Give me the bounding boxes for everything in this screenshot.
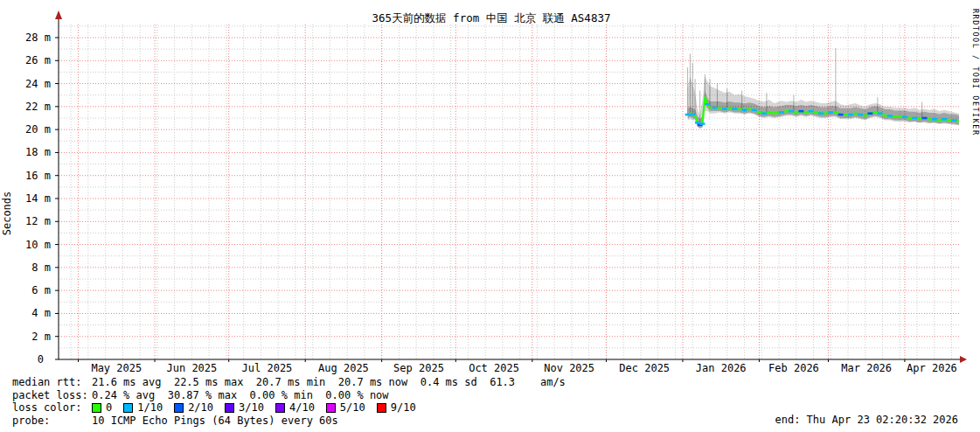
loss-color-item: 9/10 bbox=[377, 401, 416, 415]
grid-lines bbox=[59, 24, 959, 359]
y-tick-label: 28 m bbox=[25, 31, 51, 44]
y-tick-label: 26 m bbox=[25, 54, 51, 66]
loss-color-swatch bbox=[377, 403, 386, 413]
y-tick-label: 6 m bbox=[31, 284, 51, 296]
loss-color-legend: 01/102/103/104/105/109/10 bbox=[92, 401, 416, 415]
y-tick-label: 12 m bbox=[25, 215, 51, 227]
loss-color-item: 0 bbox=[92, 401, 112, 415]
y-tick-label: 22 m bbox=[25, 101, 51, 113]
x-tick-label: Aug 2025 bbox=[318, 362, 369, 374]
x-tick-label: Nov 2025 bbox=[544, 362, 594, 374]
y-axis-arrow bbox=[55, 10, 62, 19]
probe-row: probe: 10 ICMP Echo Pings (64 Bytes) eve… bbox=[12, 415, 566, 428]
loss-color-value: 5/10 bbox=[340, 401, 365, 415]
smokeping-latency-graph: May 2025Jun 2025Jul 2025Aug 2025Sep 2025… bbox=[0, 0, 980, 432]
loss-color-swatch bbox=[225, 403, 234, 413]
chart-title: 365天前的数据 from 中国 北京 联通 AS4837 bbox=[372, 11, 611, 24]
y-tick-label: 14 m bbox=[25, 192, 51, 205]
loss-color-value: 0 bbox=[106, 401, 112, 415]
loss-color-item: 3/10 bbox=[225, 401, 264, 415]
loss-color-value: 2/10 bbox=[188, 401, 213, 415]
probe-label: probe: bbox=[12, 415, 92, 428]
loss-color-label: loss color: bbox=[12, 401, 92, 415]
latency-chart-canvas: May 2025Jun 2025Jul 2025Aug 2025Sep 2025… bbox=[0, 0, 980, 432]
x-tick-label: Jul 2025 bbox=[242, 362, 293, 374]
y-tick-label: 20 m bbox=[25, 123, 51, 136]
x-axis-arrow bbox=[960, 356, 967, 363]
y-tick-label: 10 m bbox=[25, 239, 51, 251]
y-tick-label: 2 m bbox=[31, 331, 51, 343]
loss-color-swatch bbox=[92, 403, 101, 413]
x-tick-label: Jan 2026 bbox=[696, 362, 747, 374]
axis-labels: May 2025Jun 2025Jul 2025Aug 2025Sep 2025… bbox=[25, 31, 957, 374]
loss-color-swatch bbox=[123, 403, 133, 413]
x-tick-label: Sep 2025 bbox=[393, 362, 444, 374]
y-tick-label: 18 m bbox=[25, 146, 51, 158]
stats-block: median rtt: 21.6 ms avg 22.5 ms max 20.7… bbox=[12, 376, 566, 427]
y-axis-title: Seconds bbox=[1, 192, 13, 236]
loss-color-item: 2/10 bbox=[174, 401, 213, 415]
x-tick-label: Dec 2025 bbox=[619, 362, 670, 374]
end-timestamp: end: Thu Apr 23 02:20:32 2026 bbox=[775, 414, 958, 427]
loss-color-value: 9/10 bbox=[391, 401, 416, 415]
loss-color-item: 4/10 bbox=[275, 401, 315, 415]
median-rtt-label: median rtt: bbox=[12, 376, 92, 389]
median-rtt-values: 21.6 ms avg 22.5 ms max 20.7 ms min 20.7… bbox=[92, 376, 566, 389]
packet-loss-row: packet loss: 0.24 % avg 30.87 % max 0.00… bbox=[12, 389, 566, 402]
loss-color-value: 3/10 bbox=[239, 401, 264, 415]
x-tick-label: Oct 2025 bbox=[469, 362, 519, 374]
loss-color-item: 1/10 bbox=[123, 401, 163, 415]
rrdtool-credit: RRDTOOL / TOBI OETIKER bbox=[971, 9, 980, 136]
loss-color-row: loss color: 01/102/103/104/105/109/10 bbox=[12, 401, 566, 415]
data-layer bbox=[685, 48, 959, 129]
x-tick-label: Feb 2026 bbox=[768, 362, 819, 374]
loss-color-item: 5/10 bbox=[326, 401, 365, 415]
loss-color-swatch bbox=[326, 403, 336, 413]
y-tick-label: 0 bbox=[38, 353, 44, 366]
probe-value: 10 ICMP Echo Pings (64 Bytes) every 60s bbox=[92, 415, 338, 428]
x-tick-label: May 2025 bbox=[91, 362, 142, 374]
y-tick-label: 16 m bbox=[25, 170, 51, 182]
y-tick-label: 4 m bbox=[31, 307, 51, 319]
median-rtt-row: median rtt: 21.6 ms avg 22.5 ms max 20.7… bbox=[12, 376, 566, 389]
loss-color-value: 1/10 bbox=[137, 401, 163, 415]
x-tick-label: Apr 2026 bbox=[907, 362, 957, 374]
loss-color-value: 4/10 bbox=[289, 401, 315, 415]
x-tick-label: Mar 2026 bbox=[841, 362, 892, 374]
packet-loss-label: packet loss: bbox=[12, 389, 92, 402]
loss-color-swatch bbox=[275, 403, 285, 413]
x-tick-label: Jun 2025 bbox=[166, 362, 217, 374]
y-tick-label: 8 m bbox=[31, 261, 51, 274]
loss-color-swatch bbox=[174, 403, 184, 413]
packet-loss-values: 0.24 % avg 30.87 % max 0.00 % min 0.00 %… bbox=[92, 389, 389, 402]
y-tick-label: 24 m bbox=[25, 78, 51, 90]
